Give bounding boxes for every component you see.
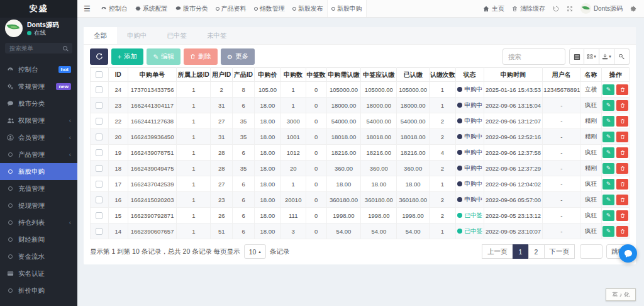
row-checkbox[interactable] [96, 212, 103, 219]
topbar-tab[interactable]: 新股发布 [289, 0, 327, 17]
chat-bubble-button[interactable] [619, 244, 637, 263]
tab-2[interactable]: 已中签 [157, 27, 197, 44]
circle-icon [6, 220, 14, 225]
columns-button[interactable]: ▾ [584, 48, 599, 65]
table-search-input[interactable] [502, 48, 565, 65]
sidebar-item[interactable]: 充值管理 [0, 180, 77, 197]
sidebar-item[interactable]: 资金流水 [0, 248, 77, 265]
gear-icon[interactable] [630, 6, 636, 12]
row-checkbox[interactable] [96, 181, 103, 188]
row-edit-button[interactable]: ✎ [602, 100, 614, 111]
row-delete-button[interactable] [616, 179, 628, 190]
sidebar-search[interactable] [5, 43, 72, 54]
row-edit-button[interactable]: ✎ [602, 226, 614, 237]
row-edit-button[interactable]: ✎ [602, 163, 614, 174]
row-edit-button[interactable]: ✎ [602, 195, 614, 205]
row-checkbox[interactable] [96, 228, 103, 235]
tabs: 全部申购中已中签未中签 [84, 27, 636, 45]
home-link[interactable]: 主页 [483, 4, 504, 13]
row-delete-button[interactable] [616, 84, 628, 95]
row-checkbox[interactable] [96, 133, 103, 140]
hamburger-icon[interactable]: ☰ [77, 4, 97, 13]
row-delete-button[interactable] [616, 100, 628, 111]
status-badge: 申购中 [457, 86, 483, 94]
row-delete-button[interactable] [616, 210, 628, 221]
row-delete-button[interactable] [616, 163, 628, 174]
row-edit-button[interactable]: ✎ [602, 116, 614, 127]
topbar-user[interactable]: Donts源码 [580, 3, 623, 14]
status-badge: 申购中 [457, 196, 483, 204]
tab-3[interactable]: 未中签 [197, 27, 237, 44]
topbar-tab[interactable]: 新股申购 [327, 0, 367, 17]
export-button[interactable]: ▾ [599, 48, 614, 65]
topbar-tab[interactable]: 产品资料 [212, 0, 250, 17]
row-edit-button[interactable]: ✎ [602, 132, 614, 142]
avatar[interactable] [5, 20, 23, 37]
fullscreen-icon[interactable] [567, 6, 573, 12]
search-button[interactable] [614, 48, 630, 65]
sidebar-item[interactable]: 常规管理new [0, 78, 77, 95]
brand-title: 安盛 [0, 0, 77, 18]
sidebar-item[interactable]: 持仓列表‹ [0, 214, 77, 231]
topbar-tab[interactable]: 股市分类 [172, 0, 212, 17]
page-button[interactable]: 2 [528, 244, 545, 259]
prev-page-button[interactable]: 上一页 [482, 244, 513, 259]
topbar-tab[interactable]: 控制台 [97, 0, 131, 17]
sidebar-item[interactable]: 股市分类 [0, 95, 77, 112]
refresh-button[interactable] [90, 48, 108, 65]
row-delete-button[interactable] [616, 116, 628, 127]
sidebar-item[interactable]: 财经新闻 [0, 231, 77, 248]
edit-button[interactable]: ✎编辑 [147, 48, 180, 65]
row-edit-button[interactable]: ✎ [602, 147, 614, 158]
column-header: 用户名 [543, 68, 580, 82]
row-checkbox[interactable] [96, 86, 103, 93]
circle-icon [331, 7, 335, 11]
sidebar-item[interactable]: 提现管理 [0, 197, 77, 214]
delete-button[interactable]: 删除 [184, 48, 218, 65]
tab-all[interactable]: 全部 [84, 27, 117, 44]
ime-toolbar[interactable]: 英 ♪ 化 [606, 288, 636, 301]
content: 全部申购中已中签未中签 +添加 ✎编辑 删除 ⚙更多 ▾ [77, 18, 644, 306]
toggle-pagination-button[interactable] [569, 48, 584, 65]
sidebar-search-input[interactable] [9, 45, 55, 52]
sidebar-item[interactable]: 权限管理‹ [0, 112, 77, 129]
sidebar-item[interactable]: 控制台hot [0, 61, 77, 78]
plus-icon: + [118, 53, 121, 60]
row-edit-button[interactable]: ✎ [602, 84, 614, 95]
sidebar-item[interactable]: 新股申购 [0, 163, 77, 180]
row-delete-button[interactable] [616, 132, 628, 142]
sidebar-item[interactable]: 会员管理‹ [0, 129, 77, 146]
add-button[interactable]: +添加 [111, 48, 143, 65]
circle-icon [292, 7, 296, 11]
row-checkbox[interactable] [96, 102, 103, 109]
trash-icon [620, 229, 625, 234]
next-page-button[interactable]: 下一页 [544, 244, 575, 259]
per-page-select[interactable]: 10▴ [244, 244, 266, 259]
row-checkbox[interactable] [96, 149, 103, 156]
topbar-tab[interactable]: 指数管理 [250, 0, 289, 17]
select-all-checkbox[interactable] [96, 71, 103, 78]
sidebar-item[interactable]: 折价申购 [0, 282, 77, 299]
clear-cache-link[interactable]: 清除缓存 [512, 4, 545, 13]
table-row: 171662437042539127618.001018.0018.0018.0… [91, 176, 630, 192]
sidebar-item[interactable]: 实名认证 [0, 265, 77, 282]
row-edit-button[interactable]: ✎ [602, 210, 614, 221]
trash-icon [620, 150, 625, 156]
row-edit-button[interactable]: ✎ [602, 179, 614, 190]
sidebar-item[interactable]: 产品管理‹ [0, 146, 77, 163]
row-checkbox[interactable] [96, 118, 103, 125]
more-button[interactable]: ⚙更多 [221, 48, 255, 65]
trash-icon [620, 166, 625, 171]
row-checkbox[interactable] [96, 165, 103, 172]
row-delete-button[interactable] [616, 147, 628, 158]
row-delete-button[interactable] [616, 195, 628, 205]
tab-1[interactable]: 申购中 [117, 27, 157, 44]
status-badge: 申购中 [457, 164, 483, 173]
row-checkbox[interactable] [96, 196, 103, 203]
history-icon[interactable] [553, 6, 559, 12]
jump-page-input[interactable] [580, 244, 602, 259]
column-header: 用户ID [211, 68, 233, 82]
topbar-tab[interactable]: 系统配置 [131, 0, 172, 17]
page-button[interactable]: 1 [513, 244, 529, 259]
row-delete-button[interactable] [616, 226, 628, 237]
